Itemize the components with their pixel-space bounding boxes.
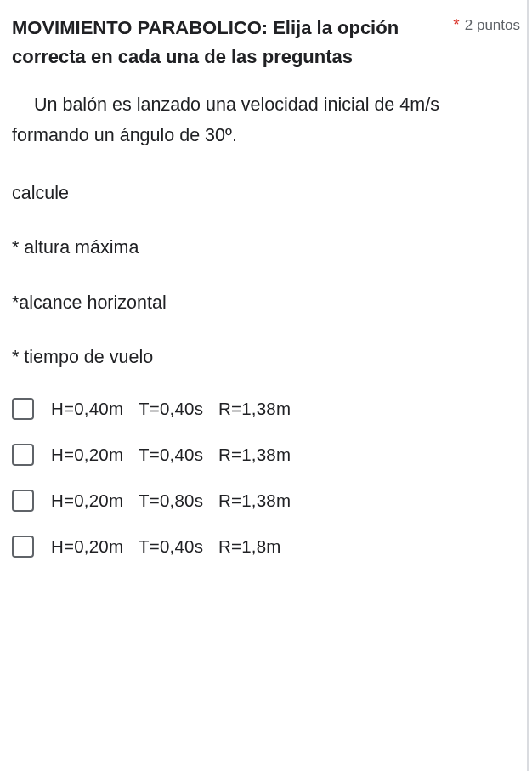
option-row[interactable]: H=0,20m T=0,40s R=1,38m bbox=[12, 444, 520, 466]
option-label: H=0,20m T=0,40s R=1,8m bbox=[51, 536, 291, 557]
question-header: MOVIMIENTO PARABOLICO: Elija la opción c… bbox=[12, 14, 520, 71]
option-row[interactable]: H=0,40m T=0,40s R=1,38m bbox=[12, 398, 520, 420]
option-row[interactable]: H=0,20m T=0,80s R=1,38m bbox=[12, 490, 520, 512]
checkbox[interactable] bbox=[12, 444, 34, 466]
option-label: H=0,20m T=0,40s R=1,38m bbox=[51, 445, 301, 465]
card-right-border bbox=[527, 0, 529, 771]
checkbox[interactable] bbox=[12, 490, 34, 512]
question-body: Un balón es lanzado una velocidad inicia… bbox=[12, 90, 520, 150]
checkbox[interactable] bbox=[12, 536, 34, 558]
option-label: H=0,20m T=0,80s R=1,38m bbox=[51, 490, 301, 511]
checkbox[interactable] bbox=[12, 398, 34, 420]
question-paragraph: Un balón es lanzado una velocidad inicia… bbox=[12, 94, 439, 145]
calc-item-3: * tiempo de vuelo bbox=[12, 343, 520, 371]
points-wrap: *2 puntos bbox=[453, 14, 520, 34]
required-asterisk: * bbox=[453, 15, 459, 33]
question-title: MOVIMIENTO PARABOLICO: Elija la opción c… bbox=[12, 14, 453, 71]
option-label: H=0,40m T=0,40s R=1,38m bbox=[51, 399, 301, 419]
points-label: 2 puntos bbox=[465, 17, 520, 33]
option-row[interactable]: H=0,20m T=0,40s R=1,8m bbox=[12, 536, 520, 558]
options-list: H=0,40m T=0,40s R=1,38m H=0,20m T=0,40s … bbox=[12, 398, 520, 558]
calc-label: calcule bbox=[12, 179, 520, 207]
calc-item-2: *alcance horizontal bbox=[12, 289, 520, 316]
calc-item-1: * altura máxima bbox=[12, 234, 520, 261]
